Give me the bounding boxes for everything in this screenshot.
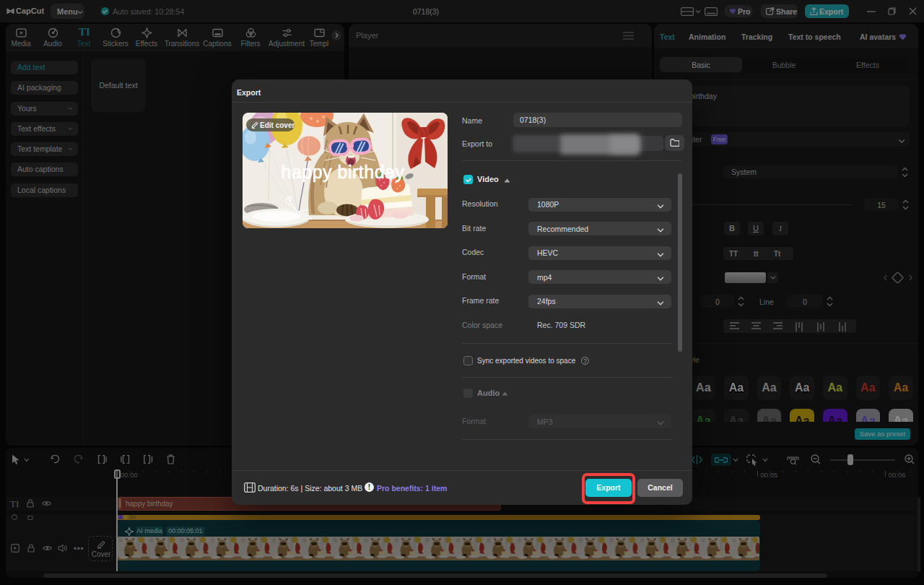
svg-text:happy birthday: happy birthday [281, 162, 404, 182]
